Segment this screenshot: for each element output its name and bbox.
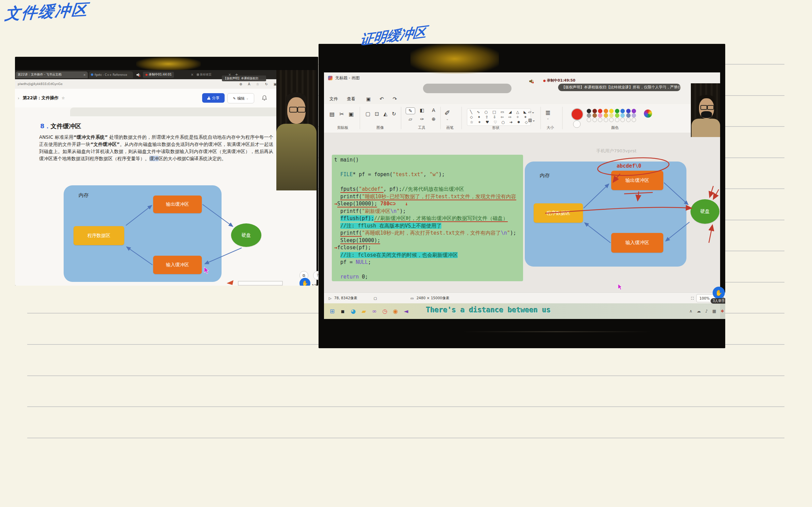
palette-color-2-0[interactable]: [587, 113, 591, 118]
taskbar-icon-visual-studio[interactable]: ∞: [370, 307, 378, 315]
tool-icon-1[interactable]: ◧: [417, 107, 427, 114]
tool-icon-5[interactable]: ⊕: [429, 116, 438, 122]
palette-color-1-2[interactable]: [598, 109, 602, 113]
color-palette[interactable]: [587, 109, 641, 122]
tool-icon-2[interactable]: A: [429, 107, 438, 114]
palette-color-3-8[interactable]: [632, 118, 636, 122]
image-icon-3[interactable]: ↻: [392, 111, 396, 117]
breadcrumb-chevron-icon[interactable]: ›: [18, 96, 19, 101]
palette-color-2-6[interactable]: [620, 113, 625, 118]
edit-button[interactable]: ✎ 编辑 ⌄: [227, 93, 254, 103]
palette-color-1-6[interactable]: [620, 109, 625, 113]
save-button[interactable]: ▣: [366, 96, 371, 102]
url-action-icon-0[interactable]: ⊕: [239, 82, 242, 86]
shapes-grid[interactable]: ╲ ∿ ○ □ ▭ ◢ △ ◣◇ ✦ ⇧ ⇩ ⇦ ⇨ ✧ ✶☆ ✶ ♥ ♡ ○ …: [467, 108, 531, 126]
image-icon-1[interactable]: ⊡: [375, 111, 379, 117]
tray-icon-2[interactable]: ♪: [705, 309, 708, 314]
taskbar-icon-folder[interactable]: ▰: [360, 307, 368, 315]
image-icon-2[interactable]: ◭: [384, 111, 388, 117]
tray-icon-4[interactable]: ❖: [720, 309, 724, 314]
photo-paint-screen: 无标题 - 画图 ● 录制中01:49:50 【版权声明】本课程版权归【比特就业…: [319, 44, 725, 348]
tray-icon-3[interactable]: ▦: [712, 309, 716, 314]
shape-outline-dropdown[interactable]: ▱⌄: [528, 109, 535, 114]
palette-color-2-5[interactable]: [615, 113, 619, 118]
palette-color-1-3[interactable]: [604, 109, 608, 113]
palette-color-3-2[interactable]: [598, 118, 602, 122]
url-action-icon-3[interactable]: ↻: [265, 82, 267, 86]
close-icon[interactable]: ×: [191, 73, 193, 77]
taskbar-icon-media[interactable]: ◉: [391, 307, 400, 315]
meeting-toolbar-pill[interactable]: [423, 84, 511, 93]
taskbar-icon-windows[interactable]: ⊞: [328, 307, 336, 315]
shape-row-1[interactable]: ◇ ✦ ⇧ ⇩ ⇦ ⇨ ✧ ✶: [470, 115, 528, 120]
tray-icon-0[interactable]: ∧: [689, 309, 692, 314]
color-secondary[interactable]: [573, 120, 581, 128]
fit-screen-button[interactable]: ⛶: [691, 296, 694, 301]
palette-color-1-5[interactable]: [615, 109, 619, 113]
raise-hand-badge[interactable]: ✋: [713, 287, 725, 299]
code-segment-8-0: [334, 215, 340, 221]
palette-color-2-2[interactable]: [598, 113, 602, 118]
palette-color-3-6[interactable]: [620, 118, 625, 122]
clipboard-icon-1[interactable]: ✂: [339, 111, 344, 117]
undo-button[interactable]: ↶: [379, 96, 384, 102]
taskbar-icon-vlc[interactable]: ◄: [402, 307, 410, 315]
paragraph-segment-6: 区的大小根据C编译系统决定的。: [159, 156, 226, 161]
tab-new[interactable]: 新标签页: [195, 71, 219, 78]
url-action-icon-1[interactable]: A: [248, 82, 250, 86]
system-tray[interactable]: ∧☁♪▦❖: [689, 309, 724, 314]
monitor-bezel-left: [319, 44, 324, 348]
recording-indicator: ● 录制中01:44:01: [143, 72, 174, 78]
palette-color-1-7[interactable]: [626, 109, 631, 113]
paragraph-segment-3: “文件缓冲区”: [90, 141, 119, 147]
palette-color-3-4[interactable]: [609, 118, 614, 122]
palette-color-3-3[interactable]: [604, 118, 608, 122]
help-button[interactable]: ?: [313, 271, 318, 280]
palette-color-2-7[interactable]: [626, 113, 631, 118]
tab-close-icon[interactable]: ×: [83, 73, 86, 77]
palette-color-1-8[interactable]: [632, 109, 636, 113]
palette-color-3-0[interactable]: [587, 118, 591, 122]
palette-color-1-1[interactable]: [592, 109, 597, 113]
tool-icon-0[interactable]: ✎: [406, 107, 415, 114]
shape-row-2[interactable]: ☆ ✶ ♥ ♡ ○ ➔ ✹ ◇: [470, 120, 528, 125]
palette-color-1-4[interactable]: [609, 109, 614, 113]
menu-item-0[interactable]: 文件: [329, 96, 338, 102]
clipboard-icon-2[interactable]: ▣: [349, 111, 354, 117]
size-button[interactable]: ≣ ⌄: [545, 109, 551, 120]
palette-color-2-8[interactable]: [632, 113, 636, 118]
tab-cpp-reference[interactable]: fgetc - C++ Reference: [89, 71, 133, 78]
taskbar-icon-terminal[interactable]: ▪: [339, 307, 347, 315]
paint-app-icon: [328, 76, 332, 80]
palette-color-2-4[interactable]: [609, 113, 614, 118]
palette-color-3-7[interactable]: [626, 118, 631, 122]
palette-color-2-3[interactable]: [604, 113, 608, 118]
tool-icon-3[interactable]: ▱: [406, 116, 415, 122]
url-action-icon-2[interactable]: ☆: [256, 82, 259, 86]
shape-row-0[interactable]: ╲ ∿ ○ □ ▭ ◢ △ ◣: [470, 109, 528, 115]
tool-icon-4[interactable]: ✑: [417, 116, 427, 122]
palette-color-2-1[interactable]: [592, 113, 597, 118]
light-glare: [410, 44, 499, 74]
color-primary[interactable]: [571, 108, 583, 120]
palette-color-1-0[interactable]: [587, 109, 591, 113]
bell-icon[interactable]: [262, 95, 267, 101]
clipboard-icon-0[interactable]: ▤: [329, 111, 335, 117]
palette-color-3-5[interactable]: [615, 118, 619, 122]
brush-button[interactable]: ✐ ⌄: [444, 109, 450, 121]
code-segment-2-1: FILE: [340, 171, 353, 178]
menu-item-1[interactable]: 查看: [347, 96, 355, 102]
redo-button[interactable]: ↷: [393, 96, 397, 102]
image-icon-0[interactable]: ▢: [366, 111, 370, 117]
palette-color-3-1[interactable]: [592, 118, 597, 122]
taskbar-icon-edge[interactable]: ◕: [349, 307, 357, 315]
tray-icon-1[interactable]: ☁: [697, 309, 701, 314]
share-button[interactable]: 分享: [202, 93, 225, 103]
star-icon[interactable]: ☆: [62, 96, 65, 100]
tab-feishu-doc[interactable]: 第22讲：文件操作 - 飞书云文档 ×: [16, 71, 88, 78]
code-segment-10-4: ": [507, 230, 510, 236]
raised-hand-icon: ✋: [302, 280, 308, 286]
shape-fill-dropdown[interactable]: ▨⌄: [528, 118, 535, 122]
taskbar-icon-clock[interactable]: ◷: [381, 307, 389, 315]
color-wheel[interactable]: [644, 109, 652, 118]
